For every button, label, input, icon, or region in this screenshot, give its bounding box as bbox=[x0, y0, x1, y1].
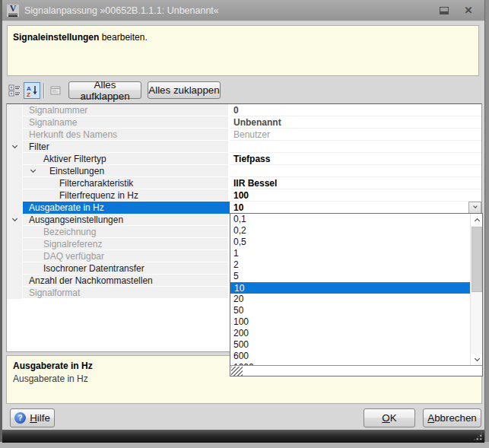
categorized-view-button[interactable] bbox=[6, 82, 23, 99]
scroll-up-button[interactable] bbox=[471, 214, 482, 225]
row-label-cell[interactable]: Anzahl der Nachkommastellen bbox=[23, 275, 230, 287]
row-value: IIR Bessel bbox=[233, 178, 277, 189]
header-panel: Signaleinstellungen bearbeiten. bbox=[7, 25, 479, 76]
dropdown-item[interactable]: 500 bbox=[230, 339, 470, 351]
row-label-cell[interactable]: Einstellungen bbox=[23, 165, 230, 177]
chevron-up-icon bbox=[474, 218, 479, 223]
grid-row[interactable]: Filterfrequenz in Hz100 bbox=[7, 189, 481, 202]
dropdown-item[interactable]: 1 bbox=[230, 248, 470, 259]
maximize-button[interactable] bbox=[434, 0, 454, 21]
row-value-cell[interactable] bbox=[230, 165, 481, 177]
row-label-cell[interactable]: Signalname bbox=[23, 116, 230, 129]
collapse-chevron-icon[interactable] bbox=[11, 216, 17, 221]
window-title: Signalanpassung »00652B.1.1.1: Unbenannt… bbox=[24, 5, 219, 16]
cancel-button[interactable]: Abbrechen bbox=[423, 408, 481, 427]
row-gutter bbox=[7, 250, 23, 262]
signalanpassung-dialog: V Signalanpassung »00652B.1.1.1: Unbenan… bbox=[0, 0, 489, 448]
row-label-cell[interactable]: DAQ verfügbar bbox=[23, 250, 230, 262]
ok-button[interactable]: OK bbox=[364, 408, 415, 427]
row-label: Ausgangseinstellungen bbox=[29, 214, 123, 225]
grid-row[interactable]: Signalnummer0 bbox=[7, 104, 481, 116]
row-label-cell[interactable]: Bezeichnung bbox=[23, 226, 230, 238]
dropdown-toggle-button[interactable] bbox=[468, 202, 481, 214]
dropdown-item[interactable]: 200 bbox=[230, 328, 470, 339]
window-bottom-edge bbox=[0, 442, 489, 448]
maximize-icon bbox=[440, 7, 449, 14]
row-label: Filter bbox=[29, 141, 49, 152]
window-right-edge bbox=[484, 0, 489, 448]
dropdown-item[interactable]: 20 bbox=[230, 294, 470, 305]
row-label-cell[interactable]: Ausgaberate in Hz bbox=[23, 202, 230, 214]
resize-grip-icon[interactable] bbox=[473, 431, 483, 441]
property-pages-icon bbox=[49, 84, 62, 97]
grid-row[interactable]: Ausgaberate in Hz10 bbox=[7, 202, 481, 214]
ok-button-label: OK bbox=[382, 412, 396, 424]
alphabetical-sort-button[interactable]: A Z bbox=[24, 82, 40, 99]
row-value: Tiefpass bbox=[233, 154, 270, 164]
row-value-cell[interactable]: 0 bbox=[230, 104, 481, 116]
dropdown-item[interactable]: 100 bbox=[230, 316, 470, 328]
row-label-cell[interactable]: Signalnummer bbox=[23, 104, 230, 116]
row-gutter bbox=[7, 275, 23, 287]
row-label: Ausgaberate in Hz bbox=[29, 202, 104, 213]
row-label-cell[interactable]: Signalformat bbox=[23, 287, 230, 299]
row-value: 10 bbox=[233, 202, 243, 213]
dropdown-item[interactable]: 0,1 bbox=[230, 214, 470, 225]
row-gutter bbox=[7, 141, 23, 153]
row-gutter bbox=[7, 238, 23, 250]
help-button[interactable]: ? Hilfe bbox=[10, 408, 55, 427]
row-label: Signalname bbox=[29, 117, 77, 128]
title-bar[interactable]: V Signalanpassung »00652B.1.1.1: Unbenan… bbox=[2, 0, 484, 21]
dropdown-item[interactable]: 10 bbox=[230, 282, 470, 294]
header-rest-text: bearbeiten. bbox=[99, 32, 147, 43]
row-gutter bbox=[7, 153, 23, 165]
row-value-cell[interactable]: 100 bbox=[230, 189, 481, 202]
collapse-all-button[interactable]: Alles zuklappen bbox=[148, 81, 221, 99]
row-label: Signalnummer bbox=[29, 105, 87, 116]
help-button-label: Hilfe bbox=[30, 412, 50, 424]
row-label-cell[interactable]: Ausgangseinstellungen bbox=[23, 214, 230, 226]
dropdown-item[interactable]: 5 bbox=[230, 271, 470, 282]
row-label: DAQ verfügbar bbox=[43, 251, 104, 262]
grid-row[interactable]: Herkunft des NamensBenutzer bbox=[7, 129, 481, 141]
grid-row[interactable]: FiltercharakteristikIIR Bessel bbox=[7, 177, 481, 189]
row-label-cell[interactable]: Isochroner Datentransfer bbox=[23, 262, 230, 275]
row-value-cell[interactable]: Benutzer bbox=[230, 129, 481, 141]
dropdown-item[interactable]: 0,2 bbox=[230, 225, 470, 237]
dropdown-item[interactable]: 600 bbox=[230, 351, 470, 362]
dropdown-item[interactable]: 0,5 bbox=[230, 237, 470, 248]
dropdown-scrollbar[interactable] bbox=[470, 214, 482, 365]
row-gutter bbox=[7, 177, 23, 189]
row-gutter bbox=[7, 165, 23, 177]
row-label-cell[interactable]: Herkunft des Namens bbox=[23, 129, 230, 141]
property-pages-button-disabled bbox=[47, 82, 64, 99]
grid-row[interactable]: Einstellungen bbox=[7, 165, 481, 177]
expand-all-button[interactable]: Alles aufklappen bbox=[68, 81, 141, 99]
row-label: Aktiver Filtertyp bbox=[43, 154, 106, 164]
dropdown-item[interactable]: 2 bbox=[230, 259, 470, 271]
collapse-chevron-icon[interactable] bbox=[11, 143, 17, 148]
dropdown-resize-grip-icon[interactable] bbox=[231, 367, 243, 376]
row-label-cell[interactable]: Aktiver Filtertyp bbox=[23, 153, 230, 165]
row-label-cell[interactable]: Filter bbox=[23, 141, 230, 153]
row-label: Signalreferenz bbox=[43, 239, 102, 249]
row-label: Isochroner Datentransfer bbox=[43, 263, 144, 274]
resize-bar bbox=[2, 430, 484, 443]
row-value-cell[interactable]: IIR Bessel bbox=[230, 177, 481, 189]
scrollbar-thumb[interactable] bbox=[472, 227, 482, 292]
grid-row[interactable]: SignalnameUnbenannt bbox=[7, 116, 481, 129]
row-value-cell[interactable]: Tiefpass bbox=[230, 153, 481, 165]
row-label-cell[interactable]: Signalreferenz bbox=[23, 238, 230, 250]
row-value-cell[interactable]: 10 bbox=[230, 202, 481, 214]
row-label-cell[interactable]: Filtercharakteristik bbox=[23, 177, 230, 189]
grid-row[interactable]: Filter bbox=[7, 141, 481, 153]
dropdown-item[interactable]: 50 bbox=[230, 305, 470, 316]
row-label-cell[interactable]: Filterfrequenz in Hz bbox=[23, 189, 230, 202]
row-value-cell[interactable] bbox=[230, 141, 481, 153]
cancel-button-label: Abbrechen bbox=[427, 412, 476, 424]
collapse-chevron-icon[interactable] bbox=[30, 170, 37, 172]
close-button[interactable]: ✕ bbox=[459, 0, 478, 21]
row-value-cell[interactable]: Unbenannt bbox=[230, 116, 481, 129]
scroll-down-button[interactable] bbox=[471, 354, 482, 365]
grid-row[interactable]: Aktiver FiltertypTiefpass bbox=[7, 153, 481, 165]
